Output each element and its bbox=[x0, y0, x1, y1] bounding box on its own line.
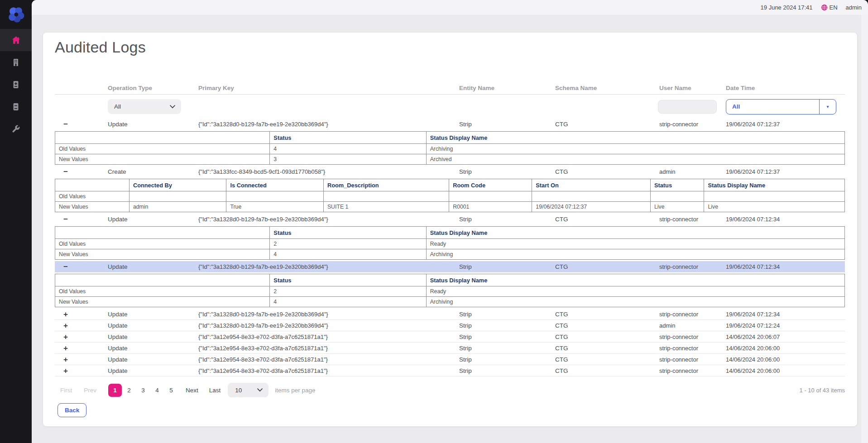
pagination-prev-button[interactable]: Prev bbox=[84, 387, 96, 394]
operation-type-cell: Update bbox=[98, 263, 191, 270]
audit-log-row[interactable]: + Update {"Id":"3a1328d0-b129-fa7b-ee19-… bbox=[55, 320, 845, 331]
date-time-filter-select[interactable]: All ▾ bbox=[726, 99, 836, 114]
entity-name-cell: Strip bbox=[431, 216, 544, 223]
wrench-icon bbox=[11, 124, 20, 133]
pagination-page-3[interactable]: 3 bbox=[136, 384, 150, 397]
detail-row-label: Old Values bbox=[55, 286, 270, 297]
expand-row-button[interactable]: + bbox=[63, 321, 68, 330]
operation-type-cell: Update bbox=[98, 311, 191, 318]
date-time-cell: 19/06/2024 07:12:34 bbox=[720, 311, 845, 318]
language-label: EN bbox=[830, 4, 838, 11]
schema-name-cell: CTG bbox=[544, 216, 652, 223]
audit-log-row[interactable]: − Create {"Id":"3a133fcc-8349-bcd5-9cf1-… bbox=[55, 166, 845, 177]
pagination: First Prev 1 2 3 4 5 Next Last 10 items … bbox=[55, 383, 845, 397]
pinwheel-logo-icon bbox=[6, 5, 25, 24]
detail-column-header: Connected By bbox=[129, 179, 226, 191]
date-time-cell: 14/06/2024 20:06:00 bbox=[720, 367, 845, 374]
audit-change-detail-table: Status Status Display Name Old Values 4 … bbox=[55, 131, 845, 165]
date-time-cell: 14/06/2024 20:06:07 bbox=[720, 333, 845, 340]
detail-cell: Archiving bbox=[426, 297, 844, 307]
pagination-page-4[interactable]: 4 bbox=[150, 384, 164, 397]
scrollbar-track[interactable] bbox=[861, 15, 868, 443]
user-menu[interactable]: admin bbox=[846, 4, 862, 11]
audit-log-row[interactable]: + Update {"Id":"3a12e954-8e33-e702-d3fa-… bbox=[55, 331, 845, 343]
operation-type-cell: Update bbox=[98, 356, 191, 363]
collapse-row-button[interactable]: − bbox=[63, 215, 68, 224]
pagination-page-5[interactable]: 5 bbox=[164, 384, 178, 397]
pagination-page-1[interactable]: 1 bbox=[108, 384, 122, 397]
user-name-cell: strip-connector bbox=[652, 311, 720, 318]
detail-column-header: Status Display Name bbox=[704, 179, 845, 191]
expand-row-button[interactable]: + bbox=[63, 355, 68, 364]
date-time-cell: 14/06/2024 20:06:00 bbox=[720, 345, 845, 352]
table-header-row: Operation Type Primary Key Entity Name S… bbox=[55, 82, 845, 95]
building-icon bbox=[11, 58, 20, 67]
detail-column-header: Status bbox=[270, 274, 426, 286]
user-name-cell: strip-connector bbox=[652, 356, 720, 363]
app-logo[interactable] bbox=[0, 0, 32, 29]
page-size-select[interactable]: 10 bbox=[228, 383, 269, 397]
sidebar-item-register-add[interactable] bbox=[0, 73, 32, 95]
operation-type-cell: Update bbox=[98, 333, 191, 340]
user-name-cell: admin bbox=[652, 322, 720, 329]
collapse-row-button[interactable]: − bbox=[63, 262, 68, 271]
detail-cell bbox=[129, 191, 226, 202]
detail-cell bbox=[449, 191, 532, 202]
chevron-down-icon bbox=[257, 388, 269, 392]
detail-row-label: Old Values bbox=[55, 239, 270, 249]
primary-key-cell: {"Id":"3a1328d0-b129-fa7b-ee19-2e320bb36… bbox=[191, 311, 431, 318]
audit-change-detail: Connected By Is Connected Room_Descripti… bbox=[55, 179, 845, 212]
detail-cell: True bbox=[226, 202, 324, 212]
detail-column-header: Room Code bbox=[449, 179, 532, 191]
collapse-row-button[interactable]: − bbox=[63, 167, 68, 176]
expand-row-button[interactable]: + bbox=[63, 367, 68, 375]
audit-log-row[interactable]: + Update {"Id":"3a12e954-8e33-e702-d3fa-… bbox=[55, 365, 845, 376]
sidebar-item-logs[interactable] bbox=[0, 95, 32, 118]
audit-log-row[interactable]: + Update {"Id":"3a12e954-8e33-e702-d3fa-… bbox=[55, 354, 845, 365]
audit-log-row[interactable]: + Update {"Id":"3a1328d0-b129-fa7b-ee19-… bbox=[55, 309, 845, 320]
page-title: Audited Logs bbox=[55, 39, 845, 55]
sidebar-item-home[interactable] bbox=[0, 29, 32, 51]
entity-name-cell: Strip bbox=[431, 345, 544, 352]
operation-type-filter-select[interactable]: All bbox=[108, 99, 181, 114]
main-area: 19 June 2024 17:41 EN admin Audited Logs… bbox=[32, 0, 868, 443]
expand-row-button[interactable]: + bbox=[63, 344, 68, 352]
detail-cell bbox=[532, 191, 651, 202]
detail-cell: admin bbox=[129, 202, 226, 212]
date-time-filter-dropdown-button[interactable]: ▾ bbox=[819, 100, 836, 114]
pagination-page-2[interactable]: 2 bbox=[122, 384, 136, 397]
audit-log-row-selected[interactable]: − Update {"Id":"3a1328d0-b129-fa7b-ee19-… bbox=[55, 261, 845, 272]
detail-column-rowlabel bbox=[55, 274, 270, 286]
detail-row-label: New Values bbox=[55, 202, 129, 212]
expand-row-button[interactable]: + bbox=[63, 310, 68, 319]
sidebar-item-settings[interactable] bbox=[0, 118, 32, 140]
schema-name-cell: CTG bbox=[544, 367, 652, 374]
language-switcher[interactable]: EN bbox=[821, 4, 838, 11]
detail-column-header: Start On bbox=[532, 179, 651, 191]
items-per-page-label: items per page bbox=[275, 387, 315, 394]
detail-cell: Live bbox=[704, 202, 845, 212]
sidebar-item-organization[interactable] bbox=[0, 51, 32, 73]
operation-type-cell: Update bbox=[98, 345, 191, 352]
back-button[interactable]: Back bbox=[58, 403, 86, 417]
collapse-row-button[interactable]: − bbox=[63, 120, 68, 129]
operation-type-cell: Update bbox=[98, 121, 191, 128]
audit-log-row[interactable]: − Update {"Id":"3a1328d0-b129-fa7b-ee19-… bbox=[55, 119, 845, 130]
user-name-cell: strip-connector bbox=[652, 333, 720, 340]
pagination-first-button[interactable]: First bbox=[60, 387, 72, 394]
user-name-filter-input[interactable] bbox=[658, 100, 717, 114]
detail-row-label: Old Values bbox=[55, 191, 129, 202]
pagination-last-button[interactable]: Last bbox=[209, 387, 221, 394]
schema-name-cell: CTG bbox=[544, 345, 652, 352]
detail-column-header: Status Display Name bbox=[426, 132, 844, 144]
audit-log-row[interactable]: − Update {"Id":"3a1328d0-b129-fa7b-ee19-… bbox=[55, 214, 845, 225]
detail-column-header: Status bbox=[650, 179, 704, 191]
audit-log-row[interactable]: + Update {"Id":"3a12e954-8e33-e702-d3fa-… bbox=[55, 343, 845, 354]
date-time-cell: 19/06/2024 07:12:24 bbox=[720, 322, 845, 329]
expand-row-button[interactable]: + bbox=[63, 333, 68, 341]
primary-key-cell: {"Id":"3a133fcc-8349-bcd5-9cf1-093d1770b… bbox=[191, 168, 431, 175]
pagination-range-label: 1 - 10 of 43 items bbox=[800, 387, 845, 394]
pagination-next-button[interactable]: Next bbox=[186, 387, 198, 394]
detail-column-rowlabel bbox=[55, 227, 270, 239]
user-name-cell: strip-connector bbox=[652, 263, 720, 270]
